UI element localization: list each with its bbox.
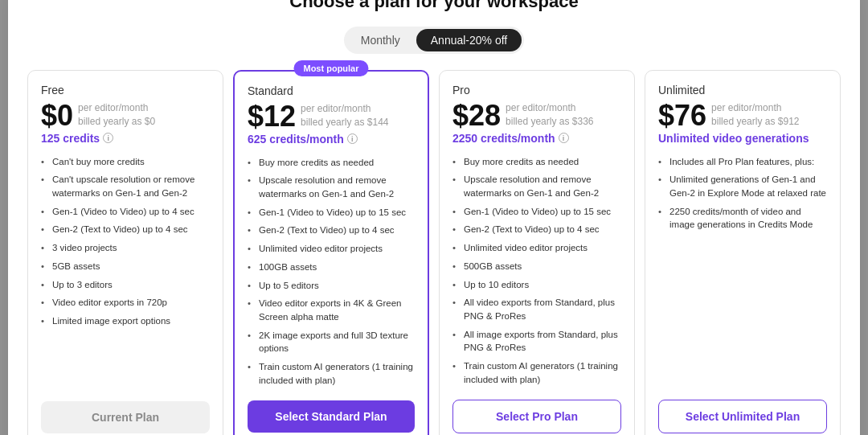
feature-item: Upscale resolution and remove watermarks… <box>452 170 621 202</box>
plan-price-row-unlimited: $76 per editor/monthbilled yearly as $91… <box>658 101 827 130</box>
feature-item: Buy more credits as needed <box>248 154 415 172</box>
plan-features-standard: Buy more credits as neededUpscale resolu… <box>248 154 415 389</box>
feature-item: Train custom AI generators (1 training i… <box>248 358 415 389</box>
plan-price-row-standard: $12 per editor/monthbilled yearly as $14… <box>248 102 415 131</box>
plan-features-unlimited: Includes all Pro Plan features, plus:Unl… <box>658 153 827 388</box>
credits-info-icon: i <box>559 133 569 143</box>
feature-item: Up to 5 editors <box>248 277 415 295</box>
feature-item: 5GB assets <box>41 257 210 276</box>
plan-price-standard: $12 <box>248 102 296 131</box>
billing-toggle: Monthly Annual-20% off <box>27 27 841 54</box>
plan-select-btn-free[interactable]: Current Plan <box>41 401 210 433</box>
feature-item: Gen-1 (Video to Video) up to 4 sec <box>41 203 210 221</box>
plan-name-free: Free <box>41 84 210 96</box>
feature-item: Gen-1 (Video to Video) up to 15 sec <box>452 203 621 221</box>
feature-item: Can't upscale resolution or remove water… <box>41 170 210 202</box>
plan-credits-unlimited: Unlimited video generations <box>658 132 827 145</box>
plan-price-meta-free: per editor/monthbilled yearly as $0 <box>78 101 155 130</box>
plan-card-pro: Pro $28 per editor/monthbilled yearly as… <box>439 70 635 435</box>
plan-price-row-free: $0 per editor/monthbilled yearly as $0 <box>41 101 210 130</box>
plan-features-pro: Buy more credits as neededUpscale resolu… <box>452 153 621 388</box>
plan-price-pro: $28 <box>452 101 501 130</box>
feature-item: Up to 10 editors <box>452 276 621 294</box>
most-popular-badge: Most popular <box>293 60 368 76</box>
plans-grid: Free $0 per editor/monthbilled yearly as… <box>27 70 841 435</box>
feature-item: Gen-2 (Text to Video) up to 4 sec <box>41 220 210 239</box>
plan-price-meta-unlimited: per editor/monthbilled yearly as $912 <box>711 101 799 130</box>
feature-item: Gen-2 (Text to Video) up to 4 sec <box>452 220 621 239</box>
feature-item: Can't buy more credits <box>41 153 210 171</box>
plan-card-standard: Most popularStandard $12 per editor/mont… <box>233 70 429 435</box>
feature-item: All video exports from Standard, plus PN… <box>452 293 621 325</box>
credits-info-icon: i <box>103 133 113 143</box>
feature-item: Unlimited generations of Gen-1 and Gen-2… <box>658 170 827 202</box>
plan-select-btn-unlimited[interactable]: Select Unlimited Plan <box>658 400 827 433</box>
feature-item: Unlimited video editor projects <box>452 239 621 257</box>
feature-item: Includes all Pro Plan features, plus: <box>658 153 827 171</box>
credits-info-icon: i <box>347 133 358 144</box>
plan-features-free: Can't buy more creditsCan't upscale reso… <box>41 153 210 390</box>
plan-select-btn-standard[interactable]: Select Standard Plan <box>248 400 415 433</box>
modal-title: Choose a plan for your workspace <box>27 0 841 12</box>
plan-name-unlimited: Unlimited <box>658 84 827 96</box>
toggle-wrap: Monthly Annual-20% off <box>344 27 525 54</box>
feature-item: 2250 credits/month of video and image ge… <box>658 203 827 234</box>
plan-card-free: Free $0 per editor/monthbilled yearly as… <box>27 70 223 435</box>
plan-price-row-pro: $28 per editor/monthbilled yearly as $33… <box>452 101 621 130</box>
feature-item: 500GB assets <box>452 257 621 276</box>
feature-item: Buy more credits as needed <box>452 153 621 171</box>
feature-item: Upscale resolution and remove watermarks… <box>248 171 415 203</box>
monthly-toggle[interactable]: Monthly <box>346 29 415 51</box>
feature-item: All image exports from Standard, plus PN… <box>452 326 621 357</box>
plan-credits-free: 125 credits i <box>41 132 210 145</box>
plan-price-free: $0 <box>41 101 73 130</box>
feature-item: 2K image exports and full 3D texture opt… <box>248 326 415 358</box>
plan-credits-standard: 625 credits/month i <box>248 133 415 146</box>
pricing-modal: × Choose a plan for your workspace Month… <box>8 0 860 435</box>
feature-item: Video editor exports in 720p <box>41 293 210 312</box>
plan-select-btn-pro[interactable]: Select Pro Plan <box>452 400 621 433</box>
annual-toggle[interactable]: Annual-20% off <box>416 29 522 51</box>
feature-item: Train custom AI generators (1 training i… <box>452 357 621 388</box>
plan-credits-pro: 2250 credits/month i <box>452 132 621 145</box>
feature-item: Unlimited video editor projects <box>248 240 415 258</box>
feature-item: 3 video projects <box>41 239 210 257</box>
plan-price-unlimited: $76 <box>658 101 706 130</box>
plan-price-meta-standard: per editor/monthbilled yearly as $144 <box>301 102 388 131</box>
feature-item: Up to 3 editors <box>41 276 210 294</box>
feature-item: Gen-1 (Video to Video) up to 15 sec <box>248 203 415 222</box>
feature-item: Limited image export options <box>41 312 210 330</box>
plan-card-unlimited: Unlimited $76 per editor/monthbilled yea… <box>645 70 841 435</box>
feature-item: Gen-2 (Text to Video) up to 4 sec <box>248 221 415 240</box>
plan-price-meta-pro: per editor/monthbilled yearly as $336 <box>506 101 593 130</box>
plan-name-pro: Pro <box>452 84 621 96</box>
feature-item: Video editor exports in 4K & Green Scree… <box>248 294 415 326</box>
feature-item: 100GB assets <box>248 258 415 277</box>
plan-name-standard: Standard <box>248 84 415 97</box>
